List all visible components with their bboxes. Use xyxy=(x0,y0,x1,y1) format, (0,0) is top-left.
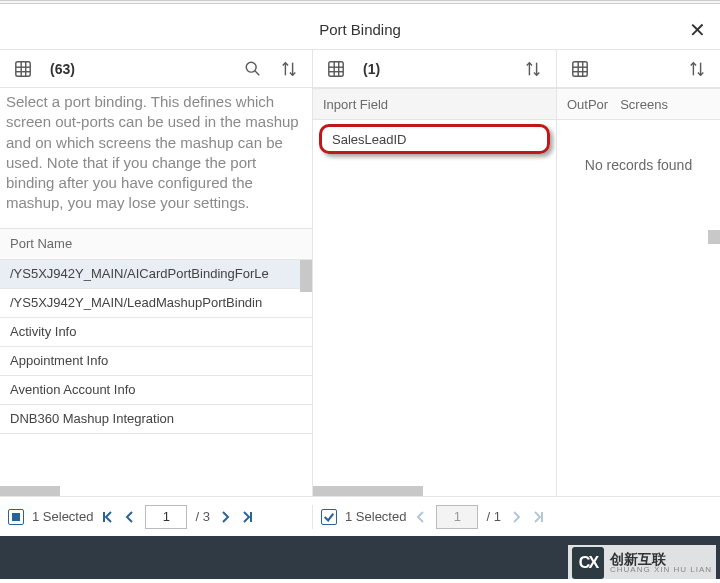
selected-count: 1 Selected xyxy=(32,509,93,524)
count-mid: (1) xyxy=(363,61,380,77)
table-row[interactable]: Activity Info xyxy=(0,318,312,347)
svg-rect-16 xyxy=(573,61,587,75)
svg-rect-0 xyxy=(16,61,30,75)
select-all-checkbox[interactable] xyxy=(8,509,24,525)
prev-page-icon[interactable] xyxy=(414,510,428,524)
sort-icon[interactable] xyxy=(688,60,706,78)
dialog-title: Port Binding xyxy=(319,21,401,38)
sort-icon[interactable] xyxy=(280,60,298,78)
outport-header: OutPor xyxy=(567,97,608,112)
svg-line-6 xyxy=(255,70,259,75)
table-row[interactable]: SalesLeadID xyxy=(319,124,550,154)
grid-icon[interactable] xyxy=(571,60,589,78)
svg-point-5 xyxy=(246,62,256,72)
toolbar: (63) (1) xyxy=(0,50,720,88)
page-input[interactable] xyxy=(145,505,187,529)
table-row[interactable]: DNB360 Mashup Integration xyxy=(0,405,312,434)
no-records-label: No records found xyxy=(557,120,720,210)
select-all-checkbox[interactable] xyxy=(321,509,337,525)
table-row[interactable]: /YS5XJ942Y_MAIN/AICardPortBindingForLe xyxy=(0,260,312,289)
prev-page-icon[interactable] xyxy=(123,510,137,524)
port-name-panel: Select a port binding. This defines whic… xyxy=(0,88,312,496)
brand-name-en: CHUANG XIN HU LIAN xyxy=(610,566,712,574)
grid-icon[interactable] xyxy=(327,60,345,78)
page-total: / 3 xyxy=(195,509,209,524)
last-page-icon[interactable] xyxy=(240,510,254,524)
next-page-icon[interactable] xyxy=(509,510,523,524)
count-left: (63) xyxy=(50,61,75,77)
brand-logo-icon: CX xyxy=(572,547,604,579)
page-total: / 1 xyxy=(486,509,500,524)
page-input xyxy=(436,505,478,529)
scrollbar-thumb[interactable] xyxy=(708,230,720,244)
first-page-icon[interactable] xyxy=(101,510,115,524)
close-icon[interactable]: ✕ xyxy=(689,18,706,42)
selected-count: 1 Selected xyxy=(345,509,406,524)
screens-header: Screens xyxy=(620,97,668,112)
brand-name-cn: 创新互联 xyxy=(610,552,712,566)
last-page-icon[interactable] xyxy=(531,510,545,524)
description-text: Select a port binding. This defines whic… xyxy=(0,88,312,228)
horizontal-scrollbar-thumb[interactable] xyxy=(0,486,60,496)
table-row[interactable]: /YS5XJ942Y_MAIN/LeadMashupPortBindin xyxy=(0,289,312,318)
grid-icon[interactable] xyxy=(14,60,32,78)
outport-screens-panel: OutPor Screens No records found xyxy=(556,88,720,496)
brand-watermark: CX 创新互联 CHUANG XIN HU LIAN xyxy=(568,545,716,581)
search-icon[interactable] xyxy=(244,60,262,78)
dialog-titlebar: Port Binding ✕ xyxy=(0,10,720,50)
table-row[interactable]: Avention Account Info xyxy=(0,376,312,405)
svg-rect-9 xyxy=(329,61,343,75)
next-page-icon[interactable] xyxy=(218,510,232,524)
table-row[interactable]: Appointment Info xyxy=(0,347,312,376)
pager-bar: 1 Selected / 3 1 Selected / 1 xyxy=(0,496,720,536)
sort-icon[interactable] xyxy=(524,60,542,78)
inport-field-header: Inport Field xyxy=(313,88,556,120)
scrollbar-thumb[interactable] xyxy=(300,260,312,292)
port-name-list: /YS5XJ942Y_MAIN/AICardPortBindingForLe /… xyxy=(0,260,312,497)
horizontal-scrollbar-thumb[interactable] xyxy=(313,486,423,496)
inport-field-panel: Inport Field SalesLeadID xyxy=(312,88,556,496)
port-name-header: Port Name xyxy=(0,228,312,260)
